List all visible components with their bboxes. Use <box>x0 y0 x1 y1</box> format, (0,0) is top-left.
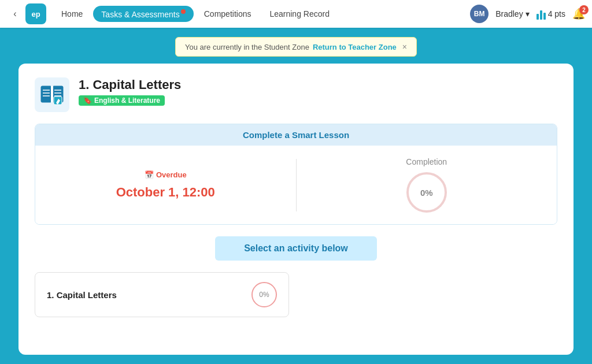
alert-close[interactable]: × <box>402 42 407 51</box>
notification-badge: 2 <box>579 5 589 14</box>
completion-circle: 0% <box>406 172 447 213</box>
completion-label: Completion <box>406 157 447 166</box>
nav-competitions[interactable]: Competitions <box>196 6 260 22</box>
nav-learning[interactable]: Learning Record <box>261 6 338 22</box>
avatar: BM <box>470 5 489 23</box>
lesson-card: 1. Capital Letters 🔖 English & Literatur… <box>18 64 574 355</box>
main-area: You are currently in the Student Zone Re… <box>0 28 592 364</box>
lesson-info: 1. Capital Letters 🔖 English & Literatur… <box>79 77 181 106</box>
activity-progress-circle: 0% <box>251 282 277 307</box>
lesson-header: 1. Capital Letters 🔖 English & Literatur… <box>35 77 557 112</box>
nav-tasks[interactable]: Tasks & Assessments <box>93 6 193 23</box>
svg-rect-0 <box>41 86 51 102</box>
alert-text: You are currently in the Student Zone <box>185 43 309 51</box>
completion-section: Completion 0% <box>297 146 557 224</box>
return-to-teacher-link[interactable]: Return to Teacher Zone <box>313 43 397 51</box>
navbar: ‹ ep Home Tasks & Assessments Competitio… <box>0 0 592 28</box>
bookmark-icon: 🔖 <box>83 96 92 105</box>
calendar-icon: 📅 <box>145 170 154 179</box>
notifications-button[interactable]: 🔔 2 <box>572 8 585 20</box>
nav-home[interactable]: Home <box>53 6 91 22</box>
due-date: October 1, 12:00 <box>116 185 215 200</box>
logo: ep <box>25 3 46 24</box>
due-section: 📅 Overdue October 1, 12:00 <box>35 159 297 211</box>
subject-badge: 🔖 English & Literature <box>79 95 165 106</box>
smart-lesson-body: 📅 Overdue October 1, 12:00 Completion 0% <box>35 146 557 224</box>
back-button[interactable]: ‹ <box>7 6 23 22</box>
activity-item-name: 1. Capital Letters <box>47 290 117 300</box>
alert-banner: You are currently in the Student Zone Re… <box>175 37 417 57</box>
tasks-badge <box>181 9 186 14</box>
activity-item[interactable]: 1. Capital Letters 0% <box>35 272 289 317</box>
smart-lesson-header: Complete a Smart Lesson <box>35 124 557 146</box>
bar-chart-icon <box>536 8 546 20</box>
nav-links: Home Tasks & Assessments Competitions Le… <box>53 6 468 23</box>
chevron-down-icon: ▾ <box>526 9 530 18</box>
points-display: 4 pts <box>536 8 565 20</box>
overdue-label: 📅 Overdue <box>145 170 187 179</box>
smart-lesson-box: Complete a Smart Lesson 📅 Overdue Octobe… <box>35 124 557 225</box>
svg-rect-2 <box>51 86 53 102</box>
book-icon <box>35 77 69 112</box>
select-activity-button[interactable]: Select an activity below <box>215 236 377 261</box>
username-dropdown[interactable]: Bradley ▾ <box>495 9 529 18</box>
nav-right: BM Bradley ▾ 4 pts 🔔 2 <box>470 5 585 23</box>
lesson-title: 1. Capital Letters <box>79 77 181 92</box>
